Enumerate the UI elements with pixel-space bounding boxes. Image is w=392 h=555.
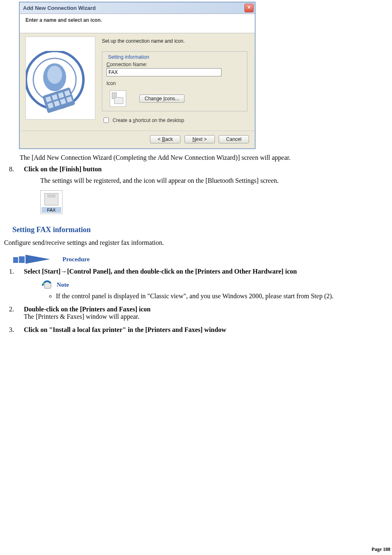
icon-label: Icon bbox=[106, 81, 243, 86]
section-title: Setting FAX information bbox=[12, 226, 392, 234]
fax-icon-box: FAX bbox=[40, 190, 62, 214]
change-icons-button[interactable]: Change Icons...Change Icons... bbox=[139, 94, 184, 103]
procedure-label: Procedure bbox=[62, 256, 90, 263]
wizard-instruction: Set up the connection name and icon. bbox=[102, 38, 247, 44]
svg-marker-15 bbox=[25, 255, 50, 264]
step-8: Click on the [Finish] button The setting… bbox=[16, 166, 392, 214]
icon-preview bbox=[110, 90, 126, 107]
wizard-dialog: Add New Connection Wizard × Enter a name… bbox=[19, 2, 256, 149]
wizard-decorative-image bbox=[25, 37, 95, 120]
wizard-body: Set up the connection name and icon. Set… bbox=[20, 33, 255, 131]
connection-name-input[interactable] bbox=[106, 68, 221, 76]
wizard-title: Add New Connection Wizard bbox=[23, 5, 96, 11]
next-button[interactable]: Next >Next > bbox=[184, 135, 215, 143]
step-2-title: Double-click on the [Printers and Faxes]… bbox=[24, 306, 150, 313]
step-8-title: Click on the [Finish] button bbox=[24, 166, 101, 173]
fax-icon-label: FAX bbox=[42, 207, 61, 213]
close-icon[interactable]: × bbox=[244, 4, 254, 12]
page-number: Page 188 bbox=[371, 546, 390, 553]
wizard-result-text: The [Add New Connection Wizard (Completi… bbox=[20, 154, 392, 161]
cancel-button[interactable]: Cancel bbox=[219, 135, 249, 143]
step-1-text: Select [Start]→[Control Panel], and then… bbox=[24, 268, 297, 275]
note-icon bbox=[42, 279, 53, 290]
svg-rect-13 bbox=[13, 257, 18, 263]
note-bullet: If the control panel is displayed in "Cl… bbox=[56, 292, 392, 300]
note-label: Note bbox=[57, 281, 69, 288]
step-8-body: The settings will be registered, and the… bbox=[40, 177, 392, 184]
fieldset-legend: Setting information bbox=[106, 54, 151, 60]
setting-information-group: Setting information CConnection Name:onn… bbox=[102, 51, 247, 111]
create-shortcut-checkbox[interactable] bbox=[104, 117, 109, 123]
connection-name-label: CConnection Name:onnection Name: bbox=[106, 62, 243, 67]
wizard-header: Enter a name and select an icon. bbox=[20, 14, 255, 33]
wizard-titlebar: Add New Connection Wizard × bbox=[20, 2, 255, 14]
step-3: Click on "Install a local fax printer" i… bbox=[16, 326, 392, 334]
step-3-text: Click on "Install a local fax printer" i… bbox=[24, 326, 226, 333]
svg-point-3 bbox=[47, 66, 62, 84]
wizard-footer: < Back< Back Next >Next > Cancel bbox=[20, 131, 255, 148]
create-shortcut-label: Create a shortcut on the desktopCreate a… bbox=[113, 117, 184, 123]
step-1: Select [Start]→[Control Panel], and then… bbox=[16, 268, 392, 300]
step-2-body: The [Printers & Faxes] window will appea… bbox=[24, 313, 139, 320]
svg-rect-14 bbox=[19, 256, 25, 263]
fax-icon bbox=[44, 193, 58, 205]
back-button[interactable]: < Back< Back bbox=[150, 135, 180, 143]
step-2: Double-click on the [Printers and Faxes]… bbox=[16, 306, 392, 320]
procedure-icon bbox=[13, 254, 51, 265]
section-description: Configure send/receive settings and regi… bbox=[4, 239, 392, 246]
svg-point-17 bbox=[43, 283, 45, 284]
